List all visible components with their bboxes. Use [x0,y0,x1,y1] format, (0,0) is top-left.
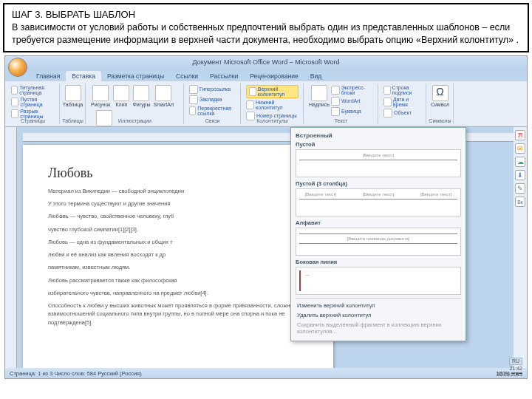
tab-layout[interactable]: Разметка страницы [101,71,170,81]
ribbon-group-tables: Таблица Таблицы [61,83,86,124]
instruction-body: В зависимости от условий работы и собств… [12,21,520,47]
cover-page-button[interactable]: Титульная страница [11,85,55,95]
ribbon-group-text: Надпись Экспресс-блоки WordArt Буквица Т… [304,83,378,124]
instruction-box: ШАГ 3. ВЫБРАТЬ ШАБЛОН В зависимости от у… [3,3,529,52]
bookmark-button[interactable]: Закладка [189,95,236,104]
dd-option-alphabet[interactable]: [Введите название документа] [296,228,461,256]
dd-edit-header[interactable]: Изменить верхний колонтитул [296,301,461,310]
statusbar: Страница: 1 из 3 Число слов: 584 Русский… [5,368,527,379]
smartart-button[interactable]: SmartArt [154,85,174,107]
tab-references[interactable]: Ссылки [170,71,204,81]
dd-builtin-label: Встроенный [296,132,461,139]
system-clock: RU 21:4220.11.2013 [497,358,522,378]
ribbon-group-text2: Строка подписи Дата и время Объект [379,83,426,124]
ribbon: Титульная страница Пустая страница Разры… [5,81,527,127]
clip-button[interactable]: Клип [113,85,129,107]
picture-button[interactable]: Рисунок [91,85,110,107]
page[interactable]: Любовь Материал из Википедии — свободной… [23,145,333,368]
quickparts-button[interactable]: Экспресс-блоки [331,85,378,95]
dd-option-blank3col[interactable]: [Введите текст][Введите текст][Введите т… [296,188,461,216]
sb-icon[interactable]: Я [515,130,525,140]
window-title: Документ Microsoft Office Word – Microso… [193,58,340,66]
sb-icon[interactable]: Вк [515,197,525,207]
tab-mailings[interactable]: Рассылки [204,71,244,81]
table-button[interactable]: Таблица [65,85,81,107]
signature-button[interactable]: Строка подписи [383,85,421,95]
hyperlink-button[interactable]: Гиперссылка [189,85,236,94]
dd-option-sideline[interactable]: — [296,267,461,295]
tab-insert[interactable]: Вставка [66,71,101,81]
shapes-button[interactable]: Фигуры [132,85,150,107]
page-break-button[interactable]: Разрыв страницы [11,109,55,119]
object-button[interactable]: Объект [383,109,421,117]
ribbon-group-headerfooter: Верхний колонтитул Нижний колонтитул Ном… [242,83,304,124]
vertical-ruler [5,127,17,368]
browser-sidebar: Я ✉ ☁ ⬇ ✎ Вк [514,127,527,368]
wordart-button[interactable]: WordArt [331,97,378,106]
ribbon-tabs: Главная Вставка Разметка страницы Ссылки… [5,68,527,81]
sb-icon[interactable]: ✎ [515,183,525,194]
footer-button[interactable]: Нижний колонтитул [246,100,299,110]
sb-icon[interactable]: ⬇ [515,170,525,180]
header-gallery-dropdown: Встроенный Пустой [Введите текст] Пустой… [290,127,466,341]
ribbon-group-symbols: ΩСимвол Символы [427,83,454,124]
dropcap-button[interactable]: Буквица [331,107,378,116]
titlebar: Документ Microsoft Office Word – Microso… [5,56,527,68]
sb-icon[interactable]: ✉ [515,143,525,154]
datetime-button[interactable]: Дата и время [383,97,421,107]
ribbon-group-illustrations: Рисунок Клип Фигуры SmartArt Диаграмма И… [86,83,184,124]
tab-review[interactable]: Рецензирование [244,71,304,81]
crossref-button[interactable]: Перекрестная ссылка [189,106,236,116]
textbox-button[interactable]: Надпись [309,85,330,107]
lang-indicator[interactable]: RU [509,358,522,365]
status-left: Страница: 1 из 3 Число слов: 584 Русский… [10,370,142,377]
dd-save-selection: Сохранить выделенный фрагмент в коллекци… [296,320,461,336]
sb-icon[interactable]: ☁ [515,157,525,167]
office-button[interactable] [8,58,27,77]
dd-option-blank[interactable]: [Введите текст] [296,149,461,177]
word-window: Документ Microsoft Office Word – Microso… [4,55,528,379]
instruction-title: ШАГ 3. ВЫБРАТЬ ШАБЛОН [12,9,520,20]
dd-remove-header[interactable]: Удалить верхний колонтитул [296,310,461,320]
tab-home[interactable]: Главная [30,71,66,81]
doc-heading: Любовь [48,166,308,181]
symbol-button[interactable]: ΩСимвол [432,85,449,107]
blank-page-button[interactable]: Пустая страница [11,97,55,107]
ribbon-group-links: Гиперссылка Закладка Перекрестная ссылка… [185,83,241,124]
tab-view[interactable]: Вид [304,71,327,81]
ribbon-group-pages: Титульная страница Пустая страница Разры… [7,83,60,124]
header-button[interactable]: Верхний колонтитул [246,85,299,98]
